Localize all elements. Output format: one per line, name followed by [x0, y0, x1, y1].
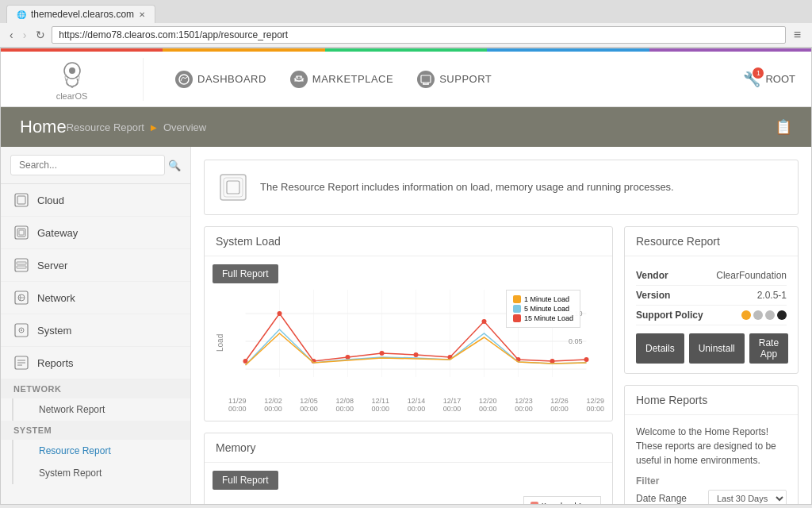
rr-version-value: 2.0.5-1	[757, 290, 787, 301]
x-axis-labels: 11/2900:00 12/0200:00 12/0500:00 12/0800…	[213, 397, 604, 413]
breadcrumb-arrow: ▶	[151, 123, 157, 132]
home-reports-card: Home Reports Welcome to the Home Reports…	[624, 385, 799, 504]
svg-point-18	[21, 329, 22, 331]
sidebar-item-server[interactable]: Server	[1, 249, 190, 282]
breadcrumb-current: Overview	[163, 121, 206, 133]
resource-report-side-card: Resource Report Vendor ClearFoundation V…	[624, 226, 799, 374]
system-icon	[13, 322, 29, 338]
forward-button[interactable]: ›	[20, 27, 30, 43]
date-range-select[interactable]: Last 7 Days Last 30 Days Last 90 Days La…	[708, 490, 787, 504]
page-header: Home Resource Report ▶ Overview 📋	[1, 107, 811, 147]
svg-point-45	[414, 352, 419, 357]
sidebar-item-reports[interactable]: Reports	[1, 347, 190, 379]
home-reports-body: Welcome to the Home Reports! These repor…	[625, 415, 798, 504]
logo-text: clearOS	[56, 91, 88, 101]
server-icon	[13, 257, 29, 273]
svg-point-50	[584, 357, 589, 362]
info-icon	[217, 171, 249, 203]
close-tab-button[interactable]: ✕	[139, 10, 145, 19]
rr-support-row: Support Policy	[636, 306, 787, 325]
info-bar: The Resource Report includes information…	[204, 160, 799, 215]
system-load-chart: Full Report Load	[205, 256, 612, 421]
svg-point-1	[69, 67, 75, 74]
home-reports-date-range-row: Date Range Last 7 Days Last 30 Days Last…	[636, 490, 787, 504]
home-reports-title: Home Reports	[625, 386, 798, 415]
home-reports-text: Welcome to the Home Reports! These repor…	[636, 425, 787, 468]
system-load-title: System Load	[205, 227, 612, 256]
browser-tab[interactable]: 🌐 themedevel.clearos.com ✕	[6, 5, 155, 23]
nav-dashboard[interactable]: DASHBOARD	[175, 64, 266, 94]
sidebar: 🔍 Cloud Gateway Server	[1, 147, 191, 504]
svg-rect-7	[15, 226, 28, 239]
system-load-full-report-button[interactable]: Full Report	[213, 264, 278, 283]
page-title: Home	[20, 117, 67, 137]
info-text: The Resource Report includes information…	[260, 180, 674, 194]
nav-root-label: ROOT	[765, 73, 795, 85]
svg-point-41	[278, 311, 282, 316]
svg-point-2	[179, 75, 189, 84]
gateway-icon	[13, 225, 29, 241]
browser-chrome: 🌐 themedevel.clearos.com ✕ ‹ › ↻ ≡	[0, 0, 812, 48]
rate-app-button[interactable]: Rate App	[749, 333, 788, 364]
memory-card: Memory Full Report	[204, 433, 613, 504]
system-load-legend: 1 Minute Load 5 Minute Load 15 Minute Lo…	[506, 290, 580, 328]
rr-vendor-value: ClearFoundation	[716, 270, 787, 281]
search-input[interactable]	[10, 155, 165, 175]
svg-point-47	[482, 319, 487, 324]
sidebar-sub-item-network-report[interactable]: Network Report	[12, 398, 190, 421]
reload-button[interactable]: ↻	[33, 27, 48, 43]
sidebar-sub-network-header: Network	[1, 379, 190, 398]
search-button[interactable]: 🔍	[168, 160, 181, 171]
browser-menu-button[interactable]: ≡	[789, 26, 806, 44]
logo-svg	[56, 58, 88, 90]
memory-chart: Full Report	[205, 463, 612, 504]
cloud-icon	[13, 192, 29, 208]
breadcrumb: Resource Report ▶ Overview	[67, 121, 206, 133]
sidebar-item-server-label: Server	[37, 260, 67, 271]
rr-card-title: Resource Report	[625, 227, 798, 256]
rr-vendor-label: Vendor	[636, 270, 668, 281]
uninstall-button[interactable]: Uninstall	[689, 333, 745, 364]
marketplace-icon	[290, 71, 308, 88]
sidebar-item-cloud[interactable]: Cloud	[1, 184, 190, 217]
address-bar[interactable]	[52, 26, 785, 44]
support-dot-2	[753, 310, 763, 320]
memory-full-report-button[interactable]: Full Report	[213, 471, 278, 490]
nav-root[interactable]: 🔧 1 ROOT	[743, 71, 795, 88]
rr-support-label: Support Policy	[636, 310, 703, 321]
rr-version-row: Version 2.0.5-1	[636, 286, 787, 306]
support-dot-1	[741, 310, 751, 320]
rr-buttons: Details Uninstall Rate App	[636, 333, 787, 364]
svg-rect-12	[17, 266, 26, 268]
root-badge: 1	[753, 67, 764, 79]
svg-rect-5	[15, 194, 28, 206]
svg-point-43	[346, 355, 350, 360]
search-box: 🔍	[1, 147, 190, 184]
nav-marketplace[interactable]: MARKETPLACE	[290, 64, 393, 94]
sidebar-item-network[interactable]: Network	[1, 282, 190, 314]
back-button[interactable]: ‹	[6, 27, 17, 43]
sidebar-item-network-label: Network	[37, 292, 75, 304]
sidebar-item-cloud-label: Cloud	[37, 194, 64, 206]
date-range-label: Date Range	[636, 493, 687, 504]
memory-legend: Kernel and Apps Buffers	[523, 496, 601, 504]
nav-items: DASHBOARD MARKETPLACE SUPPORT	[175, 64, 492, 94]
sidebar-sub-item-resource-report[interactable]: Resource Report	[12, 440, 190, 462]
sidebar-item-system[interactable]: System	[1, 314, 190, 347]
two-col: System Load Full Report Load	[204, 226, 799, 504]
sidebar-sub-item-system-report[interactable]: System Report	[12, 462, 190, 484]
support-dots	[741, 310, 787, 320]
tab-favicon: 🌐	[17, 10, 26, 19]
nav-support[interactable]: SUPPORT	[417, 64, 492, 94]
nav-support-label: SUPPORT	[439, 73, 492, 85]
details-button[interactable]: Details	[636, 333, 684, 364]
svg-rect-6	[17, 196, 25, 204]
svg-rect-9	[19, 230, 24, 235]
sidebar-item-gateway[interactable]: Gateway	[1, 217, 190, 249]
top-nav: clearOS DASHBOARD MARKETPLACE SUPPORT	[1, 52, 811, 107]
app-wrapper: clearOS DASHBOARD MARKETPLACE SUPPORT	[0, 48, 812, 505]
main-col: System Load Full Report Load	[204, 226, 613, 504]
svg-text:0.05: 0.05	[569, 337, 583, 345]
sidebar-sub-system: System Resource Report System Report	[1, 421, 190, 484]
browser-nav: ‹ › ↻ ≡	[0, 23, 812, 47]
